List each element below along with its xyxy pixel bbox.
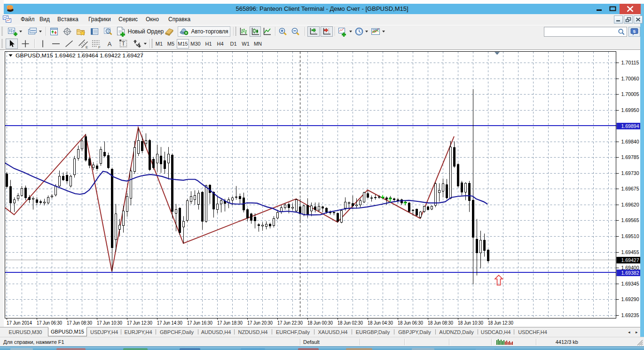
dropdown-arrow-icon[interactable] xyxy=(365,31,368,32)
strategy-tester-button[interactable] xyxy=(102,26,115,37)
taskbar-item-2[interactable] xyxy=(123,348,148,350)
equidistant-channel-button[interactable]: E xyxy=(77,39,89,49)
taskbar-item-0[interactable] xyxy=(10,348,33,350)
cursor-button[interactable] xyxy=(6,39,18,49)
horizontal-line-object-1[interactable] xyxy=(5,272,616,273)
title-bar[interactable]: 565896: Panteon Client Terminal - Демо С… xyxy=(4,4,640,14)
dropdown-arrow-icon[interactable] xyxy=(19,31,22,32)
timeframe-w1-button[interactable]: W1 xyxy=(240,39,251,48)
indicators-button[interactable] xyxy=(337,26,352,37)
tabs-scroll-left[interactable]: ◂ xyxy=(628,330,630,334)
menu-window[interactable]: Окно xyxy=(146,16,159,23)
timeframe-h1-button[interactable]: H1 xyxy=(203,39,214,48)
navigator-button[interactable] xyxy=(74,26,87,37)
timeframe-m1-button[interactable]: M1 xyxy=(153,39,165,48)
price-axis[interactable]: 1.701151.700601.700051.699501.698951.698… xyxy=(616,60,639,318)
terminal-button[interactable] xyxy=(88,26,101,37)
community-button[interactable]: 5 xyxy=(628,27,640,37)
market-watch-button[interactable] xyxy=(48,26,60,37)
dropdown-arrow-icon[interactable] xyxy=(382,31,385,32)
price-chart[interactable]: GBPUSD,M15 1.69462 1.69464 1.69422 1.694… xyxy=(4,50,640,327)
tab-usdcad-h4[interactable]: USDCAD,H4 xyxy=(478,327,513,336)
timeframe-m30-button[interactable]: M30 xyxy=(189,39,202,48)
text-button[interactable]: A xyxy=(104,39,115,49)
chart-restore-button[interactable] xyxy=(624,16,633,24)
dropdown-arrow-icon[interactable] xyxy=(349,31,352,32)
tab-nzdusd-h4[interactable]: NZDUSD,H4 xyxy=(235,327,271,336)
tabs-scroll-right[interactable]: ▸ xyxy=(636,330,638,334)
line-chart-button[interactable] xyxy=(261,26,273,37)
new-chart-button[interactable] xyxy=(6,26,24,37)
dropdown-arrow-icon[interactable] xyxy=(39,31,42,32)
menu-file[interactable]: Файл xyxy=(21,16,35,23)
templates-button[interactable] xyxy=(370,26,385,37)
profiles-button[interactable] xyxy=(25,26,43,37)
tab-eurjpy-h4[interactable]: EURJPY,H4 xyxy=(121,327,155,336)
timeframe-m5-button[interactable]: M5 xyxy=(165,39,176,48)
tab-gbpusd-m15[interactable]: GBPUSD,M15 xyxy=(48,327,87,336)
chart-shift-button[interactable] xyxy=(321,26,333,37)
vertical-line-button[interactable] xyxy=(37,39,48,49)
trendline-button[interactable] xyxy=(63,39,75,49)
taskbar-item-8[interactable] xyxy=(476,348,495,350)
new-order-button[interactable]: Новый Ордер xyxy=(119,26,160,37)
menu-charts[interactable]: Графики xyxy=(88,16,111,23)
taskbar-item-7[interactable] xyxy=(412,348,434,350)
horizontal-line-object-0[interactable] xyxy=(5,125,616,126)
toolbar-grip[interactable] xyxy=(1,39,3,48)
tab-usdchf-h4[interactable]: USDCHF,H4 xyxy=(514,327,551,336)
periods-button[interactable] xyxy=(353,26,369,37)
tab-usdjpy-h4[interactable]: USDJPY,H4 xyxy=(88,327,120,336)
window-close-button[interactable] xyxy=(620,4,641,14)
tab-xauusd-h4[interactable]: XAUUSD,H4 xyxy=(314,327,351,336)
tab-eurusd-m30[interactable]: EURUSD,M30 xyxy=(4,327,47,336)
candlestick-chart-button[interactable] xyxy=(250,26,261,37)
zoom-in-button[interactable] xyxy=(277,26,289,37)
crosshair-button[interactable] xyxy=(19,39,31,49)
tab-gbpchf-daily[interactable]: GBPCHF,Daily xyxy=(156,327,197,336)
search-input[interactable] xyxy=(545,28,618,37)
timeframe-mn-button[interactable]: MN xyxy=(252,39,264,48)
toolbar-grip[interactable] xyxy=(1,27,3,36)
taskbar-item-1[interactable] xyxy=(56,348,86,350)
toolbar-grip[interactable] xyxy=(235,27,236,36)
tab-gbpjpy-daily[interactable]: GBPJPY,Daily xyxy=(394,327,435,336)
bar-chart-button[interactable] xyxy=(238,26,249,37)
taskbar-item-6[interactable] xyxy=(346,348,372,350)
fibonacci-button[interactable]: F xyxy=(90,39,102,49)
data-window-button[interactable] xyxy=(61,26,73,37)
search-box[interactable] xyxy=(544,27,627,37)
menu-help[interactable]: Справка xyxy=(168,16,190,23)
toolbar-grip[interactable] xyxy=(151,39,153,48)
auto-scroll-button[interactable] xyxy=(307,26,320,37)
zoom-out-button[interactable] xyxy=(290,26,301,37)
menu-insert[interactable]: Вставка xyxy=(57,16,79,23)
tab-audnzd-daily[interactable]: AUDNZD,Daily xyxy=(436,327,477,336)
metaeditor-button[interactable] xyxy=(163,26,176,37)
chart-area[interactable]: GBPUSD,M15 1.69462 1.69464 1.69422 1.694… xyxy=(4,50,640,327)
tab-eurchf-daily[interactable]: EURCHF,Daily xyxy=(272,327,314,336)
search-icon-holder[interactable] xyxy=(618,28,625,36)
resize-grip[interactable] xyxy=(637,340,643,346)
taskbar-item-3[interactable] xyxy=(180,348,200,350)
tab-audusd-h4[interactable]: AUDUSD,H4 xyxy=(198,327,234,336)
chart-close-button[interactable] xyxy=(634,16,643,24)
windows-taskbar[interactable] xyxy=(0,346,644,350)
arrows-button[interactable] xyxy=(131,39,148,49)
autotrading-button[interactable]: Авто-торговля xyxy=(178,26,230,37)
taskbar-item-5[interactable] xyxy=(298,348,319,350)
taskbar-item-4[interactable] xyxy=(241,348,265,350)
status-profile[interactable]: Default xyxy=(303,339,320,345)
menu-view[interactable]: Вид xyxy=(39,16,50,23)
horizontal-line-button[interactable] xyxy=(50,39,62,49)
text-label-button[interactable]: T xyxy=(117,39,129,49)
chart-minimize-button[interactable] xyxy=(614,16,623,24)
menu-service[interactable]: Сервис xyxy=(118,16,138,23)
timeframe-d1-button[interactable]: D1 xyxy=(228,39,239,48)
tab-eurgbp-daily[interactable]: EURGBP,Daily xyxy=(352,327,393,336)
dropdown-arrow-icon[interactable] xyxy=(144,43,147,45)
window-maximize-button[interactable] xyxy=(606,4,619,14)
time-axis[interactable]: 17 Jun 201417 Jun 06:3017 Jun 08:3017 Ju… xyxy=(7,318,513,326)
timeframe-m15-button[interactable]: M15 xyxy=(177,39,189,48)
timeframe-h4-button[interactable]: H4 xyxy=(215,39,226,48)
